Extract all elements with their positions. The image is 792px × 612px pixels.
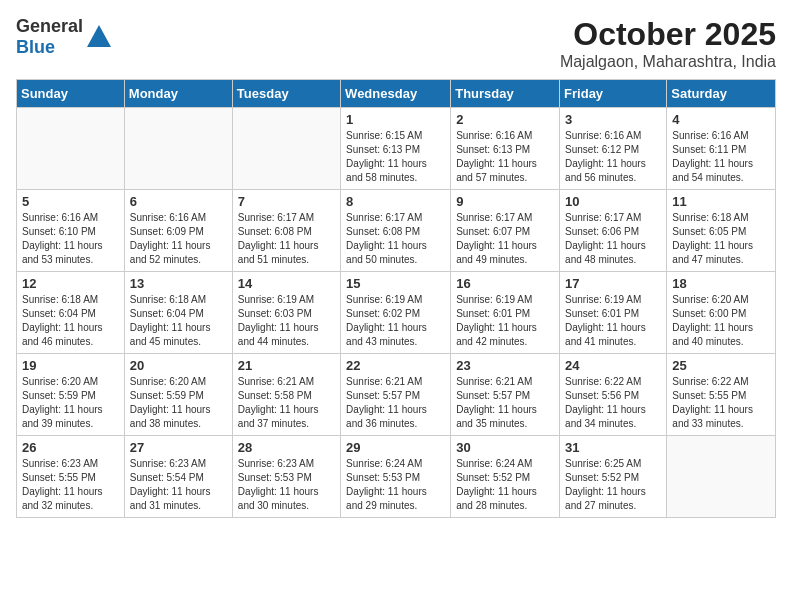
day-number: 31 xyxy=(565,440,661,455)
day-info: Sunrise: 6:24 AM Sunset: 5:53 PM Dayligh… xyxy=(346,457,445,513)
calendar-day-cell: 27Sunrise: 6:23 AM Sunset: 5:54 PM Dayli… xyxy=(124,436,232,518)
day-number: 18 xyxy=(672,276,770,291)
calendar-day-cell: 29Sunrise: 6:24 AM Sunset: 5:53 PM Dayli… xyxy=(341,436,451,518)
calendar-day-cell: 4Sunrise: 6:16 AM Sunset: 6:11 PM Daylig… xyxy=(667,108,776,190)
calendar-day-cell: 7Sunrise: 6:17 AM Sunset: 6:08 PM Daylig… xyxy=(232,190,340,272)
day-number: 30 xyxy=(456,440,554,455)
day-info: Sunrise: 6:17 AM Sunset: 6:07 PM Dayligh… xyxy=(456,211,554,267)
day-number: 28 xyxy=(238,440,335,455)
day-number: 15 xyxy=(346,276,445,291)
day-number: 17 xyxy=(565,276,661,291)
calendar-day-cell: 5Sunrise: 6:16 AM Sunset: 6:10 PM Daylig… xyxy=(17,190,125,272)
day-number: 1 xyxy=(346,112,445,127)
calendar-day-cell: 3Sunrise: 6:16 AM Sunset: 6:12 PM Daylig… xyxy=(560,108,667,190)
day-info: Sunrise: 6:23 AM Sunset: 5:54 PM Dayligh… xyxy=(130,457,227,513)
day-number: 6 xyxy=(130,194,227,209)
month-title: October 2025 xyxy=(560,16,776,53)
day-info: Sunrise: 6:21 AM Sunset: 5:57 PM Dayligh… xyxy=(346,375,445,431)
logo-general: General xyxy=(16,16,83,36)
day-number: 23 xyxy=(456,358,554,373)
location-title: Majalgaon, Maharashtra, India xyxy=(560,53,776,71)
day-info: Sunrise: 6:17 AM Sunset: 6:08 PM Dayligh… xyxy=(238,211,335,267)
calendar-day-cell: 23Sunrise: 6:21 AM Sunset: 5:57 PM Dayli… xyxy=(451,354,560,436)
calendar-day-cell: 2Sunrise: 6:16 AM Sunset: 6:13 PM Daylig… xyxy=(451,108,560,190)
day-number: 22 xyxy=(346,358,445,373)
logo-blue: Blue xyxy=(16,37,55,57)
page-header: General Blue October 2025 Majalgaon, Mah… xyxy=(16,16,776,71)
calendar-day-cell xyxy=(17,108,125,190)
calendar-week-row: 26Sunrise: 6:23 AM Sunset: 5:55 PM Dayli… xyxy=(17,436,776,518)
day-info: Sunrise: 6:20 AM Sunset: 5:59 PM Dayligh… xyxy=(130,375,227,431)
day-number: 4 xyxy=(672,112,770,127)
day-info: Sunrise: 6:23 AM Sunset: 5:55 PM Dayligh… xyxy=(22,457,119,513)
day-number: 9 xyxy=(456,194,554,209)
calendar-day-cell: 16Sunrise: 6:19 AM Sunset: 6:01 PM Dayli… xyxy=(451,272,560,354)
day-info: Sunrise: 6:23 AM Sunset: 5:53 PM Dayligh… xyxy=(238,457,335,513)
day-number: 7 xyxy=(238,194,335,209)
header-friday: Friday xyxy=(560,80,667,108)
day-number: 2 xyxy=(456,112,554,127)
header-tuesday: Tuesday xyxy=(232,80,340,108)
calendar-day-cell: 17Sunrise: 6:19 AM Sunset: 6:01 PM Dayli… xyxy=(560,272,667,354)
day-info: Sunrise: 6:16 AM Sunset: 6:09 PM Dayligh… xyxy=(130,211,227,267)
calendar-day-cell: 12Sunrise: 6:18 AM Sunset: 6:04 PM Dayli… xyxy=(17,272,125,354)
day-number: 13 xyxy=(130,276,227,291)
calendar-day-cell: 28Sunrise: 6:23 AM Sunset: 5:53 PM Dayli… xyxy=(232,436,340,518)
day-number: 10 xyxy=(565,194,661,209)
day-info: Sunrise: 6:25 AM Sunset: 5:52 PM Dayligh… xyxy=(565,457,661,513)
day-info: Sunrise: 6:16 AM Sunset: 6:10 PM Dayligh… xyxy=(22,211,119,267)
calendar-week-row: 5Sunrise: 6:16 AM Sunset: 6:10 PM Daylig… xyxy=(17,190,776,272)
day-number: 21 xyxy=(238,358,335,373)
calendar-header-row: Sunday Monday Tuesday Wednesday Thursday… xyxy=(17,80,776,108)
header-monday: Monday xyxy=(124,80,232,108)
calendar-day-cell: 10Sunrise: 6:17 AM Sunset: 6:06 PM Dayli… xyxy=(560,190,667,272)
day-info: Sunrise: 6:20 AM Sunset: 6:00 PM Dayligh… xyxy=(672,293,770,349)
calendar-day-cell: 26Sunrise: 6:23 AM Sunset: 5:55 PM Dayli… xyxy=(17,436,125,518)
day-number: 24 xyxy=(565,358,661,373)
day-info: Sunrise: 6:21 AM Sunset: 5:58 PM Dayligh… xyxy=(238,375,335,431)
day-info: Sunrise: 6:22 AM Sunset: 5:56 PM Dayligh… xyxy=(565,375,661,431)
calendar-day-cell: 15Sunrise: 6:19 AM Sunset: 6:02 PM Dayli… xyxy=(341,272,451,354)
day-number: 26 xyxy=(22,440,119,455)
day-number: 14 xyxy=(238,276,335,291)
day-number: 19 xyxy=(22,358,119,373)
calendar-table: Sunday Monday Tuesday Wednesday Thursday… xyxy=(16,79,776,518)
day-info: Sunrise: 6:18 AM Sunset: 6:04 PM Dayligh… xyxy=(22,293,119,349)
day-info: Sunrise: 6:16 AM Sunset: 6:11 PM Dayligh… xyxy=(672,129,770,185)
calendar-day-cell: 11Sunrise: 6:18 AM Sunset: 6:05 PM Dayli… xyxy=(667,190,776,272)
day-info: Sunrise: 6:24 AM Sunset: 5:52 PM Dayligh… xyxy=(456,457,554,513)
calendar-week-row: 1Sunrise: 6:15 AM Sunset: 6:13 PM Daylig… xyxy=(17,108,776,190)
header-wednesday: Wednesday xyxy=(341,80,451,108)
calendar-day-cell: 6Sunrise: 6:16 AM Sunset: 6:09 PM Daylig… xyxy=(124,190,232,272)
day-info: Sunrise: 6:22 AM Sunset: 5:55 PM Dayligh… xyxy=(672,375,770,431)
day-info: Sunrise: 6:16 AM Sunset: 6:12 PM Dayligh… xyxy=(565,129,661,185)
calendar-day-cell: 8Sunrise: 6:17 AM Sunset: 6:08 PM Daylig… xyxy=(341,190,451,272)
logo-text: General Blue xyxy=(16,16,83,58)
day-info: Sunrise: 6:18 AM Sunset: 6:05 PM Dayligh… xyxy=(672,211,770,267)
day-number: 25 xyxy=(672,358,770,373)
day-number: 27 xyxy=(130,440,227,455)
day-info: Sunrise: 6:19 AM Sunset: 6:02 PM Dayligh… xyxy=(346,293,445,349)
day-info: Sunrise: 6:17 AM Sunset: 6:06 PM Dayligh… xyxy=(565,211,661,267)
day-info: Sunrise: 6:17 AM Sunset: 6:08 PM Dayligh… xyxy=(346,211,445,267)
calendar-day-cell: 24Sunrise: 6:22 AM Sunset: 5:56 PM Dayli… xyxy=(560,354,667,436)
header-saturday: Saturday xyxy=(667,80,776,108)
day-number: 29 xyxy=(346,440,445,455)
title-block: October 2025 Majalgaon, Maharashtra, Ind… xyxy=(560,16,776,71)
day-info: Sunrise: 6:15 AM Sunset: 6:13 PM Dayligh… xyxy=(346,129,445,185)
calendar-day-cell: 1Sunrise: 6:15 AM Sunset: 6:13 PM Daylig… xyxy=(341,108,451,190)
calendar-day-cell: 22Sunrise: 6:21 AM Sunset: 5:57 PM Dayli… xyxy=(341,354,451,436)
calendar-day-cell: 20Sunrise: 6:20 AM Sunset: 5:59 PM Dayli… xyxy=(124,354,232,436)
header-sunday: Sunday xyxy=(17,80,125,108)
calendar-day-cell: 14Sunrise: 6:19 AM Sunset: 6:03 PM Dayli… xyxy=(232,272,340,354)
day-number: 11 xyxy=(672,194,770,209)
calendar-week-row: 12Sunrise: 6:18 AM Sunset: 6:04 PM Dayli… xyxy=(17,272,776,354)
day-number: 20 xyxy=(130,358,227,373)
day-info: Sunrise: 6:19 AM Sunset: 6:01 PM Dayligh… xyxy=(565,293,661,349)
day-info: Sunrise: 6:19 AM Sunset: 6:03 PM Dayligh… xyxy=(238,293,335,349)
day-info: Sunrise: 6:18 AM Sunset: 6:04 PM Dayligh… xyxy=(130,293,227,349)
day-number: 3 xyxy=(565,112,661,127)
day-info: Sunrise: 6:16 AM Sunset: 6:13 PM Dayligh… xyxy=(456,129,554,185)
calendar-day-cell: 31Sunrise: 6:25 AM Sunset: 5:52 PM Dayli… xyxy=(560,436,667,518)
day-info: Sunrise: 6:20 AM Sunset: 5:59 PM Dayligh… xyxy=(22,375,119,431)
